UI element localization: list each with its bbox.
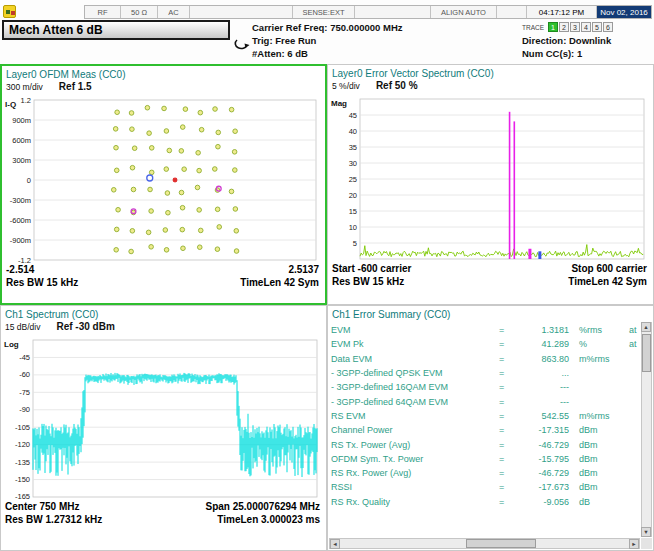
svg-text:I-Q: I-Q xyxy=(5,100,16,109)
time-len-label: TimeLen 42 Sym xyxy=(240,277,319,288)
svg-text:35: 35 xyxy=(349,143,357,152)
mech-atten-button[interactable]: Mech Atten 6 dB xyxy=(2,20,230,40)
scrollbar-corner xyxy=(641,538,652,549)
scale-per-div-label: 15 dB/div xyxy=(5,322,40,332)
scroll-right-icon[interactable]: ► xyxy=(629,539,639,549)
time-len-label: TimeLen 3.000023 ms xyxy=(217,514,320,525)
summary-row: RS Rx. Quality=-9.056dB xyxy=(331,495,639,509)
svg-text:-150: -150 xyxy=(15,475,30,484)
topbar-spacer xyxy=(497,6,527,18)
align-annunciator: ALIGN AUTO xyxy=(431,6,497,18)
summary-row: - 3GPP-defined QPSK EVM=... xyxy=(331,366,639,380)
summary-row: RS Rx. Power (Avg)=-46.729dBm xyxy=(331,466,639,480)
annunciator-strip: RF 50 Ω AC SENSE:EXT ALIGN AUTO 04:17:12… xyxy=(84,5,652,19)
svg-text:5: 5 xyxy=(353,239,357,248)
free-run-sweep-icon xyxy=(234,36,251,51)
hscroll-thumb[interactable] xyxy=(466,539,536,548)
date: Nov 02, 2016 xyxy=(597,6,651,18)
svg-text:600m: 600m xyxy=(12,136,31,145)
res-bw-label: Res BW 15 kHz xyxy=(6,277,78,288)
x-start-label: Start -600 carrier xyxy=(332,263,412,274)
panel-ofdm-meas[interactable]: Layer0 OFDM Meas (CC0) 300 m/div Ref 1.5… xyxy=(0,64,327,305)
vscroll-thumb[interactable] xyxy=(642,334,651,372)
scroll-down-icon[interactable]: ▼ xyxy=(641,527,651,537)
svg-text:-135: -135 xyxy=(15,458,30,467)
trace-indicator-1[interactable]: 1 xyxy=(548,22,558,32)
trace-indicator-5[interactable]: 5 xyxy=(592,22,602,32)
ref-level-label: Ref 1.5 xyxy=(59,81,92,92)
svg-text:Log: Log xyxy=(4,340,19,349)
svg-text:-75: -75 xyxy=(19,388,30,397)
svg-text:30: 30 xyxy=(349,159,357,168)
summary-row: OFDM Sym. Tx. Power=-15.795dBm xyxy=(331,452,639,466)
svg-text:Mag: Mag xyxy=(331,99,347,108)
panel-title: Ch1 Error Summary (CC0) xyxy=(330,307,651,321)
summary-row: RS EVM=542.55m%rms xyxy=(331,409,639,423)
ref-level-label: Ref 50 % xyxy=(376,80,418,91)
svg-text:45: 45 xyxy=(349,111,357,120)
svg-text:-45: -45 xyxy=(19,353,30,362)
svg-text:-300m: -300m xyxy=(10,196,31,205)
sense-annunciator: SENSE:EXT xyxy=(293,6,355,18)
time-len-label: TimeLen 42 Sym xyxy=(568,276,647,287)
trace-indicator-3[interactable]: 3 xyxy=(570,22,580,32)
svg-text:40: 40 xyxy=(349,127,357,136)
scroll-left-icon[interactable]: ◄ xyxy=(330,539,340,549)
app-icon xyxy=(3,5,16,18)
svg-text:-1.2: -1.2 xyxy=(18,256,31,264)
svg-text:10: 10 xyxy=(349,223,357,232)
trigger-label: Trig: Free Run xyxy=(252,34,462,47)
carrier-ref-freq-label: Carrier Ref Freq: 750.000000 MHz xyxy=(252,21,462,34)
panel-error-summary[interactable]: Ch1 Error Summary (CC0) EVM=1.3181%rmsat… xyxy=(327,305,654,551)
res-bw-label: Res BW 1.27312 kHz xyxy=(5,514,102,525)
vsa-app-window: RF 50 Ω AC SENSE:EXT ALIGN AUTO 04:17:12… xyxy=(0,0,654,551)
svg-text:-600m: -600m xyxy=(10,216,31,225)
trace-label: TRACE xyxy=(522,24,544,31)
svg-text:-90: -90 xyxy=(19,405,30,414)
svg-text:300m: 300m xyxy=(12,156,31,165)
topbar-spacer xyxy=(190,6,293,18)
svg-text:-120: -120 xyxy=(15,440,30,449)
scroll-up-icon[interactable]: ▲ xyxy=(641,322,651,332)
x-start-label: -2.514 xyxy=(6,264,34,275)
trace-selector: TRACE 1 2 3 4 5 6 xyxy=(522,21,652,33)
svg-text:25: 25 xyxy=(349,175,357,184)
x-stop-label: 2.5137 xyxy=(288,264,319,275)
rf-annunciator: RF xyxy=(85,6,121,18)
measurement-bar: Mech Atten 6 dB Carrier Ref Freq: 750.00… xyxy=(0,20,654,64)
svg-text:15: 15 xyxy=(349,207,357,216)
panel-title: Layer0 Error Vector Spectrum (CC0) xyxy=(330,66,651,80)
ref-level-label: Ref -30 dBm xyxy=(56,321,114,332)
trace-indicator-6[interactable]: 6 xyxy=(603,22,613,32)
error-vector-spectrum-plot[interactable]: 45403530252015105Mag xyxy=(330,95,649,262)
trace-indicator-4[interactable]: 4 xyxy=(581,22,591,32)
res-bw-label: Res BW 15 kHz xyxy=(332,276,404,287)
topbar-spacer xyxy=(355,6,431,18)
summary-vertical-scrollbar[interactable]: ▲ ▼ xyxy=(641,322,652,537)
trace-indicator-2[interactable]: 2 xyxy=(559,22,569,32)
summary-row: EVM Pk=41.289%at xyxy=(331,337,639,351)
svg-text:-60: -60 xyxy=(19,370,30,379)
spectrum-plot[interactable]: -45-60-75-90-105-120-135-150-165Log xyxy=(3,336,322,500)
clock: 04:17:12 PM xyxy=(527,6,597,18)
trace-info-column: TRACE 1 2 3 4 5 6 Direction: Downlink Nu… xyxy=(522,21,652,60)
status-bar: RF 50 Ω AC SENSE:EXT ALIGN AUTO 04:17:12… xyxy=(0,5,654,19)
svg-text:-105: -105 xyxy=(15,423,30,432)
panel-error-vector-spectrum[interactable]: Layer0 Error Vector Spectrum (CC0) 5 %/d… xyxy=(327,64,654,305)
summary-row: - 3GPP-defined 16QAM EVM=--- xyxy=(331,380,639,394)
summary-row: RSSI=-17.673dBm xyxy=(331,480,639,494)
direction-label: Direction: Downlink xyxy=(522,34,652,47)
x-stop-label: Stop 600 carrier xyxy=(571,263,647,274)
impedance-annunciator: 50 Ω xyxy=(121,6,158,18)
summary-rows: EVM=1.3181%rmsatEVM Pk=41.289%atData EVM… xyxy=(331,323,639,536)
svg-text:-900m: -900m xyxy=(10,236,31,245)
summary-row: Data EVM=863.80m%rms xyxy=(331,352,639,366)
summary-horizontal-scrollbar[interactable]: ◄ ► xyxy=(329,538,640,549)
svg-text:900m: 900m xyxy=(12,116,31,125)
summary-row: Channel Power=-17.315dBm xyxy=(331,423,639,437)
num-cc-label: Num CC(s): 1 xyxy=(522,47,652,60)
constellation-plot[interactable]: 1.2900m600m300m0-300m-600m-900m-1.2I-Q xyxy=(4,96,321,263)
svg-text:0: 0 xyxy=(27,176,31,185)
scale-per-div-label: 300 m/div xyxy=(6,82,43,92)
panel-ch1-spectrum[interactable]: Ch1 Spectrum (CC0) 15 dB/div Ref -30 dBm… xyxy=(0,305,327,551)
